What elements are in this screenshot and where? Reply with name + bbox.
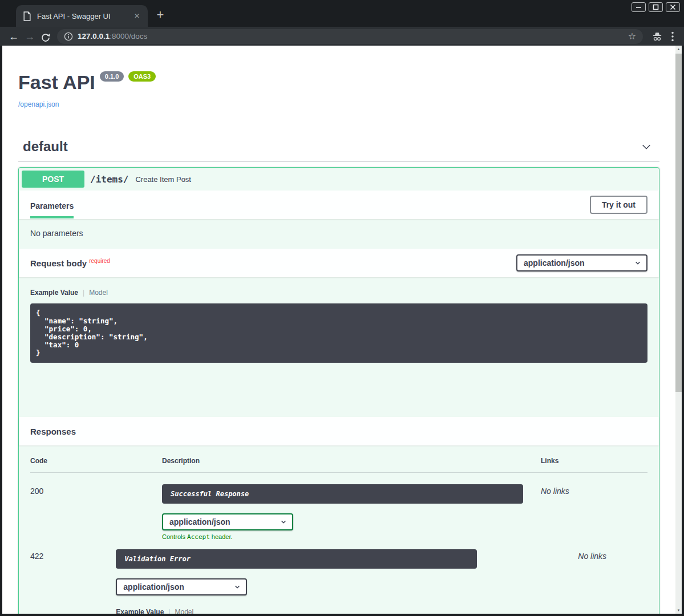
openapi-json-link[interactable]: /openapi.json [18, 100, 59, 108]
responses-title: Responses [30, 427, 76, 436]
accept-header-note: Controls Accept header. [162, 533, 541, 541]
tag-name: default [23, 139, 68, 155]
tab-title: Fast API - Swagger UI [37, 12, 132, 21]
tag-header[interactable]: default [18, 139, 659, 162]
new-tab-button[interactable]: + [152, 7, 169, 24]
response-422-links: No links [578, 549, 647, 614]
try-it-out-button[interactable]: Try it out [590, 196, 647, 214]
oas3-badge: OAS3 [128, 71, 156, 82]
maximize-button[interactable] [649, 2, 663, 12]
scrollbar-down-arrow[interactable]: ▼ [675, 609, 682, 612]
url-text[interactable]: 127.0.0.1:8000/docs [78, 32, 627, 40]
menu-dots-icon[interactable] [671, 31, 674, 42]
response-200-description: Successful Response [162, 484, 523, 504]
reload-icon[interactable] [38, 30, 54, 43]
model-example-tabs-422: Example Value|Model [116, 608, 578, 614]
response-422-content-type-value: application/json [123, 582, 184, 591]
parameters-tab[interactable]: Parameters [30, 191, 74, 218]
toolbar-right [647, 31, 678, 42]
required-label: required [89, 258, 110, 264]
responses-header: Responses [19, 417, 659, 445]
response-code-200: 200 [30, 484, 162, 541]
url-bar[interactable]: 127.0.0.1:8000/docs ☆ [57, 29, 643, 44]
close-button[interactable] [666, 2, 680, 12]
swagger-page: Fast API0.1.0OAS3 /openapi.json default … [2, 46, 675, 614]
responses-content: Code Description Links 200 Successful Re… [19, 445, 659, 614]
request-content-type-select[interactable]: application/json [516, 254, 647, 271]
url-host: 127.0.0.1 [78, 32, 110, 40]
version-badge: 0.1.0 [100, 71, 124, 82]
scrollbar-up-arrow[interactable]: ▲ [675, 47, 682, 51]
request-example-code[interactable]: { "name": "string", "price": 0, "descrip… [30, 303, 647, 363]
favicon-document-icon [23, 11, 31, 21]
api-info: Fast API0.1.0OAS3 /openapi.json [18, 46, 659, 109]
tab-close-icon[interactable]: ✕ [132, 11, 142, 21]
request-body-content: Example Value|Model { "name": "string", … [19, 277, 659, 417]
tab-model-422[interactable]: Model [175, 608, 193, 614]
request-content-type-value: application/json [524, 258, 585, 268]
column-links: Links [541, 457, 647, 465]
tag-section-default: default POST /items/ Create Item Post Pa… [18, 139, 659, 614]
browser-tab[interactable]: Fast API - Swagger UI ✕ [16, 5, 148, 27]
tab-example-value[interactable]: Example Value [30, 289, 78, 297]
operation-summary[interactable]: POST /items/ Create Item Post [19, 168, 659, 191]
opblock-post-items: POST /items/ Create Item Post Parameters… [18, 167, 659, 614]
response-code-422: 422 [30, 549, 116, 614]
model-example-tabs: Example Value|Model [30, 289, 647, 297]
select-chevron-icon [233, 583, 241, 591]
response-422-content-type-select[interactable]: application/json [116, 578, 247, 595]
response-row-422: 422 Validation Error application/json [30, 541, 647, 614]
parameters-header: Parameters Try it out [19, 191, 659, 219]
tab-strip: Fast API - Swagger UI ✕ + [0, 0, 684, 27]
page-title: Fast API [18, 71, 95, 93]
scrollbar-thumb[interactable] [675, 54, 682, 392]
column-description: Description [162, 457, 541, 465]
page-scrollbar[interactable]: ▲ ▼ [675, 46, 682, 614]
request-body-header: Request bodyrequired application/json [19, 249, 659, 277]
response-200-content-type-select[interactable]: application/json [162, 513, 293, 530]
browser-toolbar: ← → 127.0.0.1:8000/docs ☆ [0, 27, 684, 46]
responses-table-header: Code Description Links [30, 457, 647, 473]
response-200-content-type-value: application/json [169, 517, 230, 526]
response-row-200: 200 Successful Response application/json [30, 473, 647, 541]
site-info-icon[interactable] [64, 32, 73, 41]
window-controls [632, 2, 680, 12]
browser-window: Fast API - Swagger UI ✕ + ← → 127.0.0.1:… [0, 0, 684, 616]
chevron-down-icon[interactable] [640, 140, 653, 153]
tab-example-value-422[interactable]: Example Value [116, 608, 164, 614]
response-200-links: No links [541, 484, 647, 541]
back-icon[interactable]: ← [6, 29, 22, 44]
method-badge: POST [22, 171, 84, 188]
select-chevron-icon [280, 518, 288, 526]
select-chevron-icon [634, 259, 642, 267]
operation-description: Create Item Post [135, 175, 191, 184]
incognito-icon [651, 31, 663, 42]
page-content: Fast API0.1.0OAS3 /openapi.json default … [2, 46, 675, 614]
response-200-description-cell: Successful Response application/json Con… [162, 484, 541, 541]
column-code: Code [30, 457, 162, 465]
operation-path: /items/ [90, 174, 128, 185]
response-422-description: Validation Error [116, 549, 477, 569]
response-422-description-cell: Validation Error application/json Exampl… [116, 549, 578, 614]
forward-icon[interactable]: → [22, 29, 38, 44]
no-parameters-text: No parameters [19, 219, 659, 249]
request-body-title: Request bodyrequired [30, 258, 110, 268]
bookmark-star-icon[interactable]: ☆ [627, 31, 637, 42]
tab-model[interactable]: Model [89, 289, 108, 297]
minimize-button[interactable] [632, 2, 646, 12]
url-path: :8000/docs [110, 32, 147, 40]
